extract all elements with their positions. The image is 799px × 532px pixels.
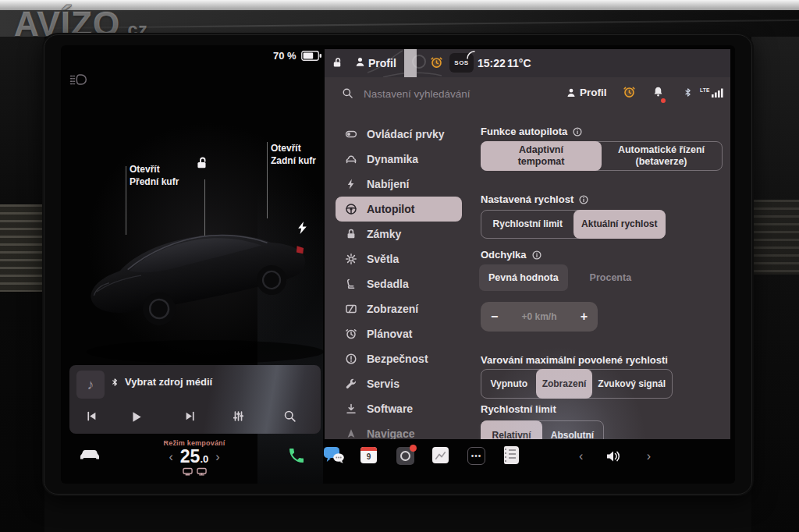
climate-keeper-icon — [197, 467, 207, 476]
bluetooth-icon — [110, 377, 119, 388]
decrease-button[interactable]: − — [491, 310, 498, 324]
sun-icon — [345, 253, 357, 265]
autopilot-features-segmented: Adaptivní tempomat Automatické řízení (b… — [481, 141, 723, 171]
section-title-offset: Odchylka — [481, 249, 542, 261]
sidebar-item-safety[interactable]: Bezpečnost — [336, 346, 462, 371]
cabin-photo: AVÍZO .cz 70 % Otevřít Přední kufr — [0, 0, 799, 532]
option-adaptive-cruise[interactable]: Adaptivní tempomat — [481, 141, 602, 171]
map-roundabout — [412, 55, 426, 69]
media-search-button[interactable] — [283, 410, 297, 423]
vehicle-render — [73, 190, 330, 373]
option-current-speed[interactable]: Aktuální rychlost — [574, 210, 666, 239]
sidebar-item-display[interactable]: Zobrazení — [336, 296, 462, 321]
notifications-bell-icon[interactable] — [652, 86, 664, 101]
phone-app-button[interactable] — [287, 446, 306, 465]
speaker-icon[interactable] — [605, 449, 625, 464]
open-trunk-button[interactable]: Otevřít Zadní kufr — [271, 143, 316, 167]
window-blinds-right — [754, 200, 799, 275]
display-on-icon — [183, 467, 193, 476]
messages-app-button[interactable] — [323, 445, 345, 465]
camp-mode-indicators — [153, 467, 236, 476]
trunk-action-label: Otevřít — [271, 143, 316, 155]
info-icon[interactable] — [572, 126, 583, 137]
sidebar-item-schedule[interactable]: Plánovat — [336, 321, 462, 346]
manual-app-button[interactable] — [504, 446, 519, 464]
sidebar-item-locks[interactable]: Zámky — [336, 222, 462, 246]
next-track-button[interactable] — [183, 410, 197, 426]
frunk-target-label: Přední kufr — [130, 176, 179, 189]
calendar-app-button[interactable]: 9 — [360, 447, 377, 463]
sidebar-item-autopilot[interactable]: Autopilot — [336, 197, 462, 222]
volume-down-chevron[interactable]: ‹ — [579, 450, 583, 463]
section-title-set-speed: Nastavená rychlost — [481, 193, 589, 205]
tab-percentage[interactable]: Procenta — [581, 264, 641, 291]
settings-search-row: Profil LTE — [325, 77, 730, 110]
steering-wheel-icon — [345, 203, 357, 215]
network-type-label: LTE — [700, 87, 710, 93]
media-source-button[interactable]: Vybrat zdroj médií — [110, 376, 212, 388]
sos-label: SOS — [454, 59, 468, 66]
media-player-card: ♪ Vybrat zdroj médií — [69, 365, 321, 434]
touchscreen: 70 % Otevřít Přední kufr Otevřít Zadní k… — [61, 45, 735, 484]
open-frunk-button[interactable]: Otevřít Přední kufr — [130, 164, 179, 188]
vehicle-controls-button[interactable] — [78, 447, 101, 463]
sidebar-item-navigation[interactable]: Navigace — [336, 421, 462, 439]
sos-signal-arc — [467, 51, 475, 59]
car-front-icon — [78, 447, 101, 463]
profile-icon[interactable] — [566, 87, 577, 101]
more-apps-button[interactable]: ••• — [467, 447, 485, 465]
sidebar-item-seats[interactable]: Sedadla — [336, 271, 462, 296]
lock-icon — [345, 228, 357, 240]
more-apps-icon: ••• — [467, 447, 485, 465]
equalizer-button[interactable] — [232, 410, 245, 423]
play-button[interactable] — [129, 410, 144, 427]
album-art-placeholder: ♪ — [76, 371, 105, 399]
offset-tabs: Pevná hodnota Procenta — [479, 264, 641, 291]
display-icon — [345, 303, 357, 315]
energy-icon — [432, 447, 449, 463]
headlight-indicator-icon — [69, 73, 90, 86]
car-icon — [345, 153, 357, 165]
driver-profile-icon[interactable] — [354, 56, 366, 71]
previous-track-button[interactable] — [85, 410, 98, 426]
battery-status: 70 % — [273, 50, 322, 62]
temp-decrease-chevron[interactable]: ‹ — [169, 451, 172, 463]
alert-icon — [345, 353, 357, 365]
screen-bezel: 70 % Otevřít Přední kufr Otevřít Zadní k… — [44, 34, 752, 495]
scheduled-alarm-icon — [430, 55, 443, 69]
cabin-temperature[interactable]: 25.0 — [180, 448, 208, 466]
sidebar-item-software[interactable]: Software — [336, 396, 462, 421]
settings-search-input[interactable] — [362, 83, 542, 104]
tab-fixed-value[interactable]: Pevná hodnota — [479, 264, 568, 291]
sidebar-item-lights[interactable]: Světla — [336, 246, 462, 271]
sidebar-item-charging[interactable]: Nabíjení — [336, 172, 462, 197]
sidebar-item-dynamics[interactable]: Dynamika — [336, 147, 462, 172]
profile-button-label[interactable]: Profil — [580, 87, 607, 98]
unlocked-indicator-icon — [195, 156, 209, 173]
interior-right — [751, 37, 799, 532]
alarm-icon[interactable] — [623, 85, 636, 98]
bluetooth-status-icon[interactable] — [683, 87, 693, 98]
calendar-icon: 9 — [360, 447, 377, 463]
temp-increase-chevron[interactable]: › — [215, 451, 219, 463]
offset-stepper: − +0 km/h + — [481, 302, 598, 332]
climate-control: Režim kempování ‹ 25.0 › — [153, 439, 236, 476]
sidebar-item-service[interactable]: Servis — [336, 371, 462, 396]
alarm-icon — [345, 328, 357, 340]
driver-profile-label[interactable]: Profil — [368, 57, 396, 69]
option-autosteer-beta[interactable]: Automatické řízení (betaverze) — [601, 142, 722, 170]
trunk-target-label: Zadní kufr — [271, 155, 316, 168]
sidebar-item-controls[interactable]: Ovládací prvky — [336, 122, 462, 147]
energy-app-button[interactable] — [432, 447, 449, 463]
option-speed-limit[interactable]: Rychlostní limit — [481, 211, 574, 238]
camera-app-button[interactable] — [396, 447, 414, 465]
info-icon[interactable] — [578, 194, 589, 205]
increase-button[interactable]: + — [581, 310, 588, 324]
clock: 15:22 — [478, 57, 506, 69]
bolt-icon — [345, 178, 357, 190]
cellular-signal-icon: LTE — [700, 87, 724, 98]
volume-up-chevron[interactable]: › — [647, 450, 651, 463]
unlocked-status-icon[interactable] — [332, 57, 343, 72]
charge-port-bolt-icon — [297, 222, 307, 237]
info-icon[interactable] — [531, 250, 542, 261]
